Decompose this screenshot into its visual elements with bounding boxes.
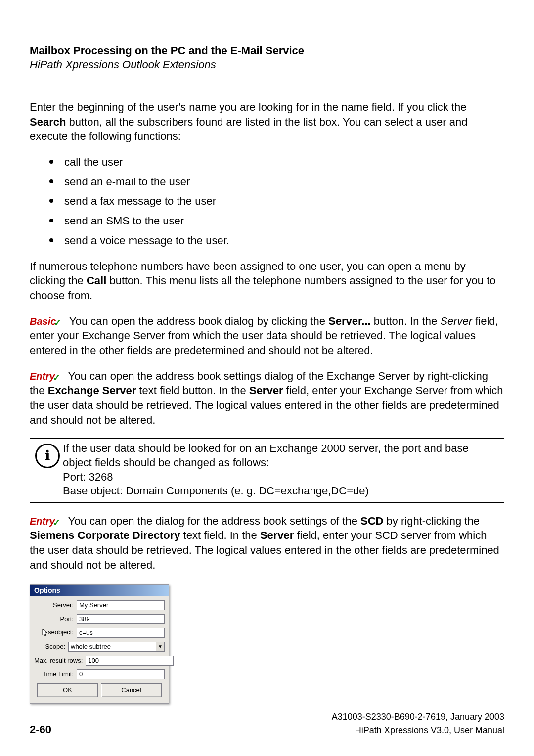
info-note: ℹ︎ If the user data should be looked for… xyxy=(30,438,504,502)
bold-server-field: Server xyxy=(260,529,294,541)
list-item: call the user xyxy=(30,155,504,170)
port-input[interactable] xyxy=(77,614,165,624)
baseobject-label-text: seobject: xyxy=(48,628,74,636)
baseobject-label: seobject: xyxy=(34,628,77,637)
entry-tag-icon: Entry✓ xyxy=(30,370,62,383)
cancel-button[interactable]: Cancel xyxy=(101,683,162,697)
port-label: Port: xyxy=(34,615,77,623)
check-icon: ✓ xyxy=(53,518,60,528)
page-footer: A31003-S2330-B690-2-7619, January 2003 2… xyxy=(30,712,504,736)
list-item: send an e-mail to the user xyxy=(30,175,504,189)
text: text field button. In the xyxy=(136,384,249,397)
baseobject-input[interactable] xyxy=(77,628,165,638)
note-line: Port: 3268 xyxy=(63,470,499,485)
list-item: send a fax message to the user xyxy=(30,194,504,209)
text: button. In the xyxy=(371,315,441,327)
chevron-down-icon[interactable]: ▼ xyxy=(156,642,165,652)
bold-search: Search xyxy=(30,116,66,128)
bold-server-field: Server xyxy=(249,384,283,397)
list-item: send an SMS to the user xyxy=(30,214,504,228)
ok-button[interactable]: OK xyxy=(37,683,98,697)
text: Enter the beginning of the user's name y… xyxy=(30,101,467,113)
function-list: call the user send an e-mail to the user… xyxy=(30,155,504,248)
entry-paragraph-1: Entry✓ You can open the address book set… xyxy=(30,369,504,428)
bold-server-btn: Server... xyxy=(328,315,371,327)
footer-ref: A31003-S2330-B690-2-7619, January 2003 xyxy=(30,712,504,722)
check-icon: ✓ xyxy=(54,318,61,328)
text: text field. In the xyxy=(180,529,260,541)
scope-select[interactable]: ▼ xyxy=(68,642,165,652)
list-item: send a voice message to the user. xyxy=(30,233,504,248)
basic-paragraph: Basic✓ You can open the address book dia… xyxy=(30,314,504,358)
bold-call: Call xyxy=(87,274,106,287)
bold-exchange-server: Exchange Server xyxy=(48,384,136,397)
tag-label: Basic xyxy=(30,316,56,327)
note-line: Base object: Domain Components (e. g. DC… xyxy=(63,484,499,498)
tag-label: Entry xyxy=(30,371,55,382)
info-icon: ℹ︎ xyxy=(35,442,63,468)
entry-tag-icon: Entry✓ xyxy=(30,515,62,528)
check-icon: ✓ xyxy=(53,373,60,383)
intro-paragraph: Enter the beginning of the user's name y… xyxy=(30,100,504,144)
dialog-title: Options xyxy=(30,585,169,596)
timelimit-label: Time Limit: xyxy=(34,670,77,678)
call-paragraph: If numerous telephone numbers have been … xyxy=(30,259,504,303)
italic-server: Server xyxy=(440,315,472,327)
text: You can open the address book dialog by … xyxy=(69,315,328,327)
section-subheading: HiPath Xpressions Outlook Extensions xyxy=(30,58,504,71)
maxrows-input[interactable] xyxy=(86,656,174,666)
scope-value[interactable] xyxy=(68,642,156,652)
bold-scd: SCD xyxy=(360,515,383,527)
text: by right-clicking the xyxy=(383,515,479,527)
timelimit-input[interactable] xyxy=(77,669,165,679)
tag-label: Entry xyxy=(30,516,55,527)
note-line: If the user data should be looked for on… xyxy=(63,442,499,470)
options-dialog: Options Server: Port: seobject: Scope: xyxy=(30,584,169,704)
section-heading: Mailbox Processing on the PC and the E-M… xyxy=(30,44,504,57)
maxrows-label: Max. result rows: xyxy=(34,657,86,664)
entry-paragraph-2: Entry✓ You can open the dialog for the a… xyxy=(30,514,504,573)
page-number: 2-60 xyxy=(30,723,51,736)
server-label: Server: xyxy=(34,601,77,609)
basic-tag-icon: Basic✓ xyxy=(30,315,63,328)
footer-manual: HiPath Xpressions V3.0, User Manual xyxy=(355,725,504,736)
text: button, all the subscribers found are li… xyxy=(30,116,467,143)
bold-scd-dir: Siemens Corporate Directory xyxy=(30,529,180,541)
scope-label: Scope: xyxy=(34,643,68,650)
text: You can open the dialog for the address … xyxy=(68,515,360,527)
server-input[interactable] xyxy=(77,600,165,610)
